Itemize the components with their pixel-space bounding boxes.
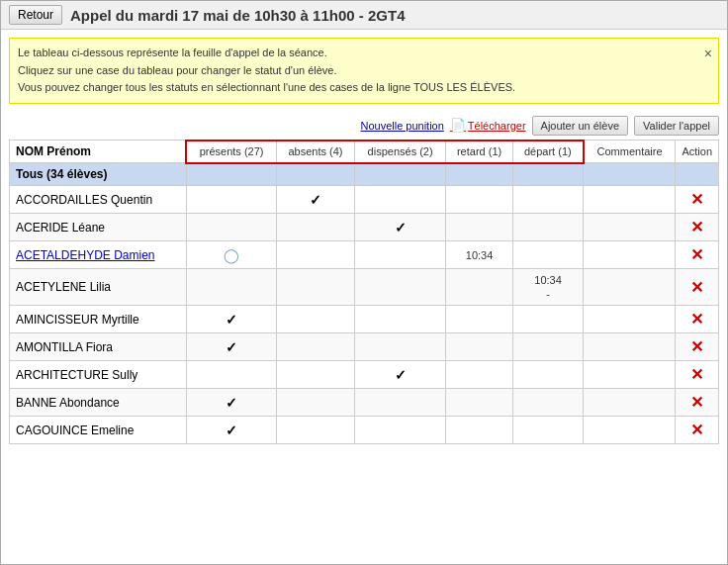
cell-depart[interactable] [512, 333, 583, 361]
cell-retard[interactable] [446, 361, 513, 389]
cell-action[interactable]: ✕ [676, 269, 719, 306]
ajouter-eleve-button[interactable]: Ajouter un élève [532, 116, 629, 136]
tous-retard[interactable] [446, 163, 513, 186]
cell-depart[interactable] [512, 389, 583, 417]
cell-presents[interactable]: ✓ [186, 333, 276, 361]
table-row: ACETALDEHYDE Damien◯10:34✕ [10, 241, 719, 269]
cell-dispenses[interactable] [355, 417, 446, 444]
student-name-link[interactable]: ACETALDEHYDE Damien [16, 248, 154, 262]
cell-dispenses[interactable] [355, 333, 446, 361]
cell-commentaire[interactable] [584, 389, 676, 417]
telecharger-link[interactable]: 📄 Télécharger [450, 118, 526, 133]
delete-icon[interactable]: ✕ [690, 246, 703, 263]
cell-commentaire[interactable] [584, 186, 676, 214]
cell-dispenses[interactable] [355, 186, 446, 214]
cell-action[interactable]: ✕ [676, 389, 719, 417]
cell-retard[interactable] [446, 269, 513, 306]
cell-depart[interactable] [512, 361, 583, 389]
valider-appel-button[interactable]: Valider l'appel [634, 116, 719, 136]
cell-commentaire[interactable] [584, 333, 676, 361]
cell-absents[interactable] [276, 417, 354, 444]
cell-action[interactable]: ✕ [676, 186, 719, 214]
col-header-presents[interactable]: présents (27) [186, 141, 276, 163]
cell-nom: ACCORDAILLES Quentin [10, 186, 187, 214]
cell-depart[interactable] [512, 214, 583, 241]
cell-commentaire[interactable] [584, 214, 676, 241]
col-header-absents[interactable]: absents (4) [276, 141, 354, 163]
cell-depart[interactable] [512, 306, 583, 333]
cell-absents[interactable] [276, 361, 354, 389]
tous-absents[interactable] [276, 163, 354, 186]
cell-absents[interactable] [276, 333, 354, 361]
cell-dispenses[interactable] [355, 306, 446, 333]
cell-nom: ACERIDE Léane [10, 214, 187, 241]
col-header-depart[interactable]: départ (1) [512, 141, 583, 163]
delete-icon[interactable]: ✕ [690, 279, 703, 296]
cell-retard[interactable] [446, 306, 513, 333]
cell-presents[interactable] [186, 214, 276, 241]
cell-absents[interactable] [276, 214, 354, 241]
delete-icon[interactable]: ✕ [690, 311, 703, 328]
table-row: ACERIDE Léane✓✕ [10, 214, 719, 241]
cell-presents[interactable]: ✓ [186, 417, 276, 444]
cell-absents[interactable]: ✓ [276, 186, 354, 214]
col-header-commentaire: Commentaire [584, 141, 676, 163]
cell-action[interactable]: ✕ [676, 214, 719, 241]
cell-depart[interactable] [512, 186, 583, 214]
cell-absents[interactable] [276, 241, 354, 269]
info-line2: Cliquez sur une case du tableau pour cha… [18, 64, 337, 76]
cell-dispenses[interactable] [355, 241, 446, 269]
nouvelle-punition-link[interactable]: Nouvelle punition [360, 120, 443, 132]
delete-icon[interactable]: ✕ [690, 338, 703, 355]
retour-button[interactable]: Retour [9, 5, 62, 25]
cell-commentaire[interactable] [584, 306, 676, 333]
delete-icon[interactable]: ✕ [690, 191, 703, 208]
close-icon[interactable]: × [704, 43, 712, 64]
cell-action[interactable]: ✕ [676, 241, 719, 269]
cell-absents[interactable] [276, 389, 354, 417]
cell-retard[interactable] [446, 333, 513, 361]
table-row: CAGOUINCE Emeline✓✕ [10, 417, 719, 444]
col-header-dispenses[interactable]: dispensés (2) [355, 141, 446, 163]
cell-retard[interactable] [446, 417, 513, 444]
cell-dispenses[interactable] [355, 389, 446, 417]
cell-dispenses[interactable] [355, 269, 446, 306]
cell-absents[interactable] [276, 306, 354, 333]
cell-presents[interactable] [186, 361, 276, 389]
delete-icon[interactable]: ✕ [690, 422, 703, 438]
cell-depart[interactable] [512, 417, 583, 444]
cell-action[interactable]: ✕ [676, 333, 719, 361]
cell-retard[interactable] [446, 389, 513, 417]
cell-commentaire[interactable] [584, 361, 676, 389]
cell-commentaire[interactable] [584, 417, 676, 444]
cell-action[interactable]: ✕ [676, 361, 719, 389]
cell-presents[interactable] [186, 186, 276, 214]
cell-retard[interactable] [446, 186, 513, 214]
delete-icon[interactable]: ✕ [690, 366, 703, 383]
cell-presents[interactable]: ✓ [186, 306, 276, 333]
cell-nom: BANNE Abondance [10, 389, 187, 417]
cell-dispenses[interactable]: ✓ [355, 361, 446, 389]
cell-depart[interactable]: 10:34- [512, 269, 583, 306]
cell-retard[interactable]: 10:34 [446, 241, 513, 269]
tous-dispenses[interactable] [355, 163, 446, 186]
tous-depart[interactable] [512, 163, 583, 186]
cell-presents[interactable]: ✓ [186, 389, 276, 417]
cell-absents[interactable] [276, 269, 354, 306]
cell-retard[interactable] [446, 214, 513, 241]
tous-presents[interactable] [186, 163, 276, 186]
page-title: Appel du mardi 17 mai de 10h30 à 11h00 -… [70, 7, 405, 24]
col-header-retard[interactable]: retard (1) [446, 141, 513, 163]
cell-dispenses[interactable]: ✓ [355, 214, 446, 241]
delete-icon[interactable]: ✕ [690, 394, 703, 411]
table-container: NOM Prénom présents (27) absents (4) dis… [1, 140, 727, 445]
cell-presents[interactable]: ◯ [186, 241, 276, 269]
col-header-nom: NOM Prénom [10, 141, 187, 163]
cell-action[interactable]: ✕ [676, 306, 719, 333]
cell-presents[interactable] [186, 269, 276, 306]
cell-action[interactable]: ✕ [676, 417, 719, 444]
delete-icon[interactable]: ✕ [690, 219, 703, 235]
cell-commentaire[interactable] [584, 269, 676, 306]
cell-depart[interactable] [512, 241, 583, 269]
cell-commentaire[interactable] [584, 241, 676, 269]
